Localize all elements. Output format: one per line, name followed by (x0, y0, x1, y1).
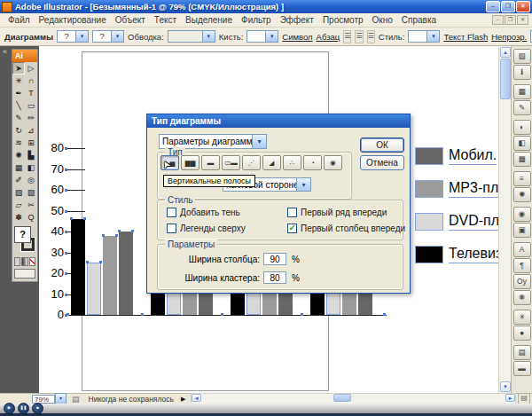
selection-anchor[interactable] (70, 217, 73, 220)
hand-tool[interactable]: ✽ (12, 211, 25, 224)
menu-item-2[interactable]: Редактирование (35, 14, 111, 26)
mesh-tool[interactable]: ▦ (12, 161, 25, 174)
menu-item-1[interactable]: Файл (4, 14, 35, 26)
gradient-panel-icon[interactable]: ◐ (513, 120, 531, 135)
fill-color-combo[interactable]: ? ▾ (57, 30, 89, 43)
unchecked-checkbox[interactable] (167, 208, 176, 217)
selection-anchor[interactable] (131, 230, 134, 232)
magic-wand-tool[interactable]: ✳ (12, 75, 25, 87)
legend-item[interactable]: MP3-пл. (415, 180, 498, 198)
selection-anchor[interactable] (383, 313, 386, 316)
column-width-input[interactable] (263, 253, 286, 265)
collapse-dock-icon[interactable]: « (3, 47, 7, 56)
eyedropper-tool[interactable]: ✐ (12, 174, 25, 186)
navigator-panel-icon[interactable]: ▧ (513, 49, 531, 64)
unchecked-checkbox[interactable] (167, 224, 176, 233)
align-right-icon[interactable]: ☰ (367, 30, 375, 43)
horizontal-scroll-thumb[interactable] (333, 394, 351, 402)
style-combo[interactable]: ▾ (408, 30, 440, 43)
appearance-panel-icon[interactable]: ◉ (513, 207, 531, 222)
scatter-graph-icon[interactable]: ∴ (283, 155, 301, 170)
flash-text-link[interactable]: Текст Flash (443, 32, 488, 42)
free-transform-tool[interactable]: ⊞ (25, 137, 37, 149)
screen-mode-button[interactable] (14, 269, 35, 279)
selection-anchor[interactable] (83, 217, 86, 220)
live-paint-selection-tool[interactable]: ▧ (25, 186, 37, 199)
pencil-tool[interactable]: ✏ (25, 112, 37, 124)
minimize-button[interactable]: – (486, 1, 500, 12)
swatches-panel-icon[interactable]: ▦ (513, 84, 531, 99)
rectangle-tool[interactable]: ▭ (25, 99, 37, 112)
transparency-panel-icon[interactable]: ◧ (513, 136, 531, 151)
selection-anchor[interactable] (86, 261, 89, 263)
live-paint-bucket-tool[interactable]: ▨ (12, 186, 25, 199)
glyphs-panel-icon[interactable]: ❋ (513, 290, 531, 305)
line-tool[interactable]: ╲ (12, 99, 25, 112)
gradient-mode-icon[interactable] (21, 257, 27, 266)
selection-anchor[interactable] (115, 234, 118, 237)
menu-item-8[interactable]: Просмотр (318, 14, 368, 26)
character-panel-icon[interactable]: A (513, 242, 531, 257)
scroll-left-icon[interactable]: ◄ (192, 394, 201, 402)
scroll-right-icon[interactable]: ► (505, 394, 515, 402)
align-center-icon[interactable]: ☰ (355, 30, 363, 43)
menu-item-6[interactable]: Фильтр (237, 14, 276, 26)
doc-restore-button[interactable]: ❐ (505, 15, 516, 25)
stroke-weight-combo[interactable]: ▾ (168, 30, 215, 43)
restore-button[interactable]: ❐ (501, 1, 515, 12)
selection-anchor[interactable] (66, 313, 69, 316)
chevron-down-icon[interactable]: ▾ (252, 135, 266, 148)
scissors-tool[interactable]: ✂ (25, 199, 37, 211)
record-stop-button[interactable]: ■ (32, 403, 43, 414)
scroll-down-icon[interactable]: ▼ (500, 381, 511, 392)
links-panel-icon[interactable]: ▬ (513, 361, 531, 376)
none-mode-icon[interactable] (29, 257, 35, 266)
cluster-width-input[interactable] (263, 271, 286, 284)
brush-combo[interactable]: ▾ (246, 30, 278, 43)
chevron-down-icon[interactable]: ▾ (266, 30, 278, 43)
stroke-color-combo[interactable]: ? ▾ (92, 30, 124, 43)
zoom-tool[interactable]: Q (25, 211, 37, 224)
brushes-panel-icon[interactable]: ✎ (513, 100, 531, 115)
menu-item-9[interactable]: Окно (368, 14, 397, 26)
selection-anchor[interactable] (301, 313, 303, 316)
symbol-sprayer-tool[interactable]: ✺ (12, 149, 25, 161)
scale-tool[interactable]: ⊿ (25, 124, 37, 137)
graph-bar[interactable] (71, 219, 85, 315)
selection-tool[interactable]: ➤ (12, 62, 25, 75)
doc-close-button[interactable]: ✕ (517, 15, 528, 25)
chevron-down-icon[interactable]: ▾ (76, 30, 89, 43)
bar-graph-icon[interactable]: ▬ (201, 155, 220, 170)
menu-item-5[interactable]: Выделение (181, 14, 237, 26)
graph-bar[interactable] (87, 263, 101, 315)
unchecked-checkbox[interactable] (287, 208, 297, 217)
selection-anchor[interactable] (65, 147, 67, 150)
selection-anchor[interactable] (65, 231, 67, 233)
lasso-tool[interactable]: ∩ (25, 75, 37, 87)
line-graph-icon[interactable]: ⋰ (242, 155, 261, 170)
fill-swatch[interactable]: ? (14, 226, 31, 243)
vertical-scrollbar[interactable]: ▲ ▼ (498, 46, 511, 393)
type-tool[interactable]: T (25, 87, 37, 99)
toolbox-header[interactable]: Ai (12, 50, 37, 62)
chevron-down-icon[interactable]: ▾ (296, 178, 310, 191)
symbols-panel-icon[interactable]: ✺ (513, 187, 531, 202)
attributes-panel-icon[interactable]: ● (513, 326, 531, 341)
paintbrush-tool[interactable]: ✎ (12, 112, 25, 124)
paragraph-panel-icon[interactable]: ¶ (513, 258, 531, 273)
graph-bar[interactable] (119, 232, 133, 315)
selection-anchor[interactable] (65, 294, 67, 296)
direct-selection-tool[interactable]: ▷ (25, 62, 37, 75)
paragraph-link[interactable]: Абзац (317, 32, 340, 42)
selection-anchor[interactable] (118, 230, 121, 232)
legend-item[interactable]: Мобил. (415, 147, 497, 165)
checkbox-4[interactable]: ✔Первый столбец впереди (287, 221, 405, 235)
selection-anchor[interactable] (65, 252, 67, 255)
menu-item-7[interactable]: Эффект (276, 14, 318, 26)
pen-tool[interactable]: ✒ (12, 87, 25, 99)
graphic-styles-panel-icon[interactable]: ▣ (513, 223, 531, 238)
opentype-panel-icon[interactable]: Oy (513, 274, 531, 289)
checked-checkbox[interactable]: ✔ (287, 224, 297, 233)
vertical-scroll-thumb[interactable] (500, 59, 511, 99)
blend-tool[interactable]: ◎ (25, 174, 37, 186)
